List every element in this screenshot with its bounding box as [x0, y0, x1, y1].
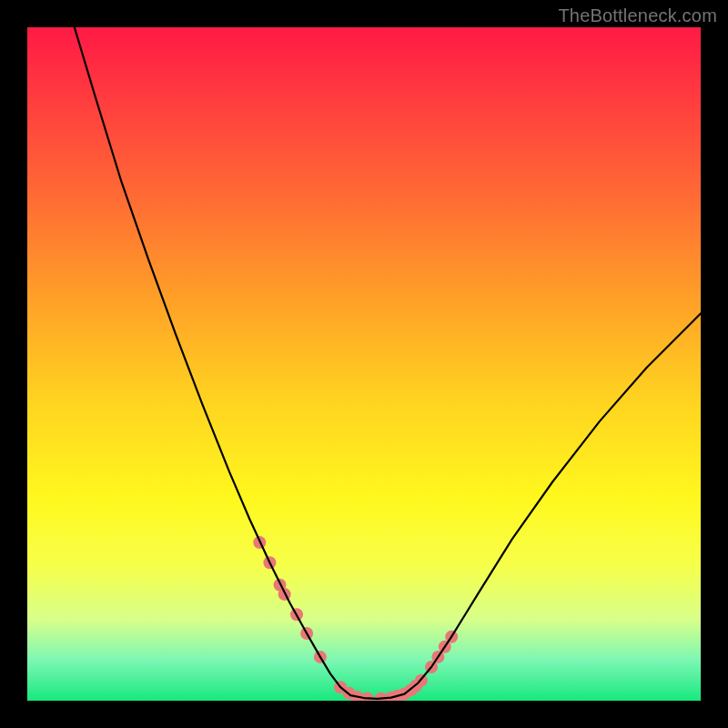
- plot-area: [27, 27, 701, 701]
- watermark-text: TheBottleneck.com: [558, 5, 717, 26]
- bottleneck-curve: [75, 27, 701, 699]
- chart-frame: TheBottleneck.com: [0, 0, 728, 728]
- marker-layer: [253, 536, 458, 701]
- curve-svg: [27, 27, 701, 701]
